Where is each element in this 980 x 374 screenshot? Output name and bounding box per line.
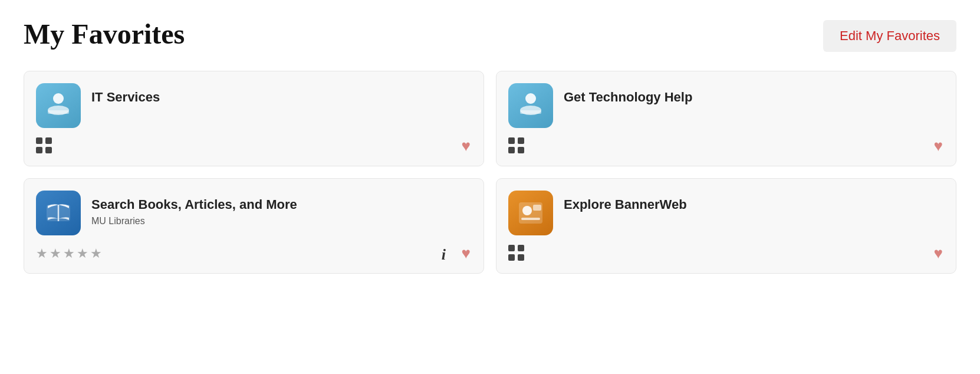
- card-title: Get Technology Help: [564, 89, 692, 106]
- star-rating: ★ ★ ★ ★ ★: [36, 246, 102, 261]
- card-subtitle: MU Libraries: [91, 216, 297, 227]
- favorites-grid: IT Services ♥ Get Technology Help: [24, 71, 956, 274]
- card-explore-bannerweb[interactable]: Explore BannerWeb ♥: [496, 178, 956, 274]
- get-tech-help-icon: [508, 83, 553, 128]
- star-1: ★: [36, 246, 48, 261]
- card-bottom: [508, 128, 942, 154]
- star-2: ★: [50, 246, 61, 261]
- heart-icon[interactable]: ♥: [934, 244, 943, 263]
- card-top: Explore BannerWeb: [508, 191, 942, 235]
- info-icon[interactable]: i: [442, 246, 446, 264]
- card-top: Search Books, Articles, and More MU Libr…: [36, 191, 469, 235]
- svg-rect-5: [520, 110, 541, 114]
- page-title: My Favorites: [24, 18, 185, 50]
- card-top: Get Technology Help: [508, 83, 942, 128]
- it-services-icon: [36, 83, 81, 128]
- edit-favorites-button[interactable]: Edit My Favorites: [823, 20, 956, 52]
- svg-rect-2: [48, 110, 69, 114]
- card-search-books[interactable]: Search Books, Articles, and More MU Libr…: [24, 178, 484, 274]
- heart-icon[interactable]: ♥: [934, 137, 943, 155]
- svg-point-0: [53, 93, 64, 104]
- card-get-tech-help[interactable]: Get Technology Help ♥: [496, 71, 956, 166]
- card-title: Explore BannerWeb: [564, 196, 687, 214]
- card-bottom: [36, 128, 469, 154]
- star-3: ★: [63, 246, 75, 261]
- search-books-icon: [36, 191, 81, 235]
- card-bottom: [508, 235, 942, 261]
- card-content: Explore BannerWeb: [564, 191, 687, 214]
- svg-rect-9: [521, 218, 540, 220]
- heart-icon[interactable]: ♥: [462, 244, 471, 263]
- heart-icon[interactable]: ♥: [462, 137, 471, 155]
- card-content: IT Services: [91, 83, 160, 106]
- star-5: ★: [90, 246, 102, 261]
- svg-point-8: [522, 206, 532, 215]
- apps-icon: [508, 245, 525, 261]
- bannerweb-icon: [508, 191, 553, 235]
- svg-rect-10: [533, 205, 541, 211]
- svg-point-3: [525, 93, 536, 104]
- card-title: Search Books, Articles, and More: [91, 196, 297, 214]
- card-content: Get Technology Help: [564, 83, 692, 106]
- apps-icon: [36, 137, 52, 154]
- card-top: IT Services: [36, 83, 469, 128]
- card-it-services[interactable]: IT Services ♥: [24, 71, 484, 166]
- apps-icon: [508, 137, 525, 154]
- card-bottom: ★ ★ ★ ★ ★: [36, 237, 469, 261]
- card-content: Search Books, Articles, and More MU Libr…: [91, 191, 297, 227]
- card-title: IT Services: [91, 89, 160, 106]
- star-4: ★: [77, 246, 88, 261]
